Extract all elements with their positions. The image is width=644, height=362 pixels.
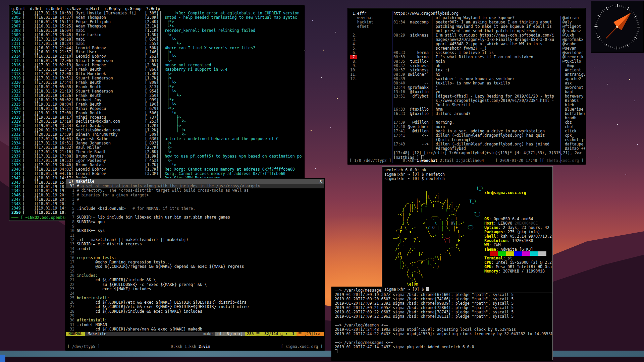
shell-prompt[interactable]: sigma!xhr ~ [0] $ bbox=[384, 287, 429, 292]
mail-row[interactable]: 2309[ ][16.01.19 23:48]Mike Larkin[1.3K] bbox=[9, 33, 160, 37]
log-line: 2019-01-20T17:09:20.650Z sigma /bsd: chr… bbox=[335, 297, 552, 301]
title-underline: ------------------ bbox=[484, 204, 552, 208]
vim-filename: Makefile bbox=[85, 332, 109, 336]
vim-line: 21 cd ${.CURDIR}/include && \ bbox=[66, 278, 324, 282]
vim-line: 28 cd ${.CURDIR}/include && exec ${MAKE}… bbox=[66, 309, 324, 314]
nicklist-item: click bbox=[562, 129, 585, 133]
mail-subject: ├*> bbox=[165, 98, 303, 102]
mail-subject: └>Re: Compile error at eglglobals.c in C… bbox=[165, 11, 303, 15]
mail-row[interactable]: 2320[ ][17.01.19 17:44]Frank Beuth[ 808] bbox=[9, 80, 160, 85]
log-cursor-line bbox=[335, 349, 552, 354]
statusbar-hostname: theta.xosc.org bbox=[546, 158, 579, 163]
vim-buffer[interactable]: 32# a set of compilation tools along wit… bbox=[66, 184, 324, 331]
vim-titlebar: 1) MakefileX bbox=[66, 179, 324, 184]
chat-line: | pport-445848-2.jpg <- which was the WM… bbox=[393, 42, 561, 46]
vim-window[interactable]: 1) MakefileX 32# a set of compilation to… bbox=[66, 179, 324, 350]
close-icon[interactable]: X bbox=[320, 179, 322, 184]
vim-mode-badge: NORMAL bbox=[66, 332, 85, 336]
tab-ksh[interactable]: 0:ksh bbox=[403, 158, 417, 163]
mail-row[interactable]: 2321[ ][18.01.19 05:38]Frank Beuth[ 813] bbox=[9, 85, 160, 89]
chat-line: 17:40@swildner | moin bbox=[393, 125, 561, 129]
mail-subject: └> bbox=[165, 159, 303, 163]
mail-row[interactable]: 2341[ ][18.01.19 04:16]Leonid Bobrov[3.3… bbox=[9, 172, 160, 176]
irc-buffer-item[interactable]: 12. bbox=[350, 77, 390, 81]
nicklist-item: @trevorjk bbox=[562, 55, 585, 59]
mail-row[interactable]: 2310[ ][17.01.19 08:28]mabi[ 630] bbox=[9, 37, 160, 42]
mail-row[interactable]: 2338[ ][17.01.19 19:53]Igor Podlesny[ 45… bbox=[9, 159, 160, 163]
tab-weechat[interactable]: 1:weechat bbox=[417, 158, 437, 163]
mail-row[interactable]: 2326[ ][19.01.19 15:21]Mihai Popescu[ 67… bbox=[9, 107, 160, 111]
mail-row[interactable]: 2336[ ][17.01.19 21:16]Theo de Raadt[2.8… bbox=[9, 150, 160, 154]
mail-row[interactable]: 2311[ ][17.01.19 10:24]mabi[ 355] bbox=[9, 42, 160, 46]
mail-subject: Raspberry Pi support in 6.4 bbox=[165, 67, 303, 72]
chat-line: 08:29sickness | I'm still curious: https… bbox=[393, 33, 561, 38]
mail-row[interactable]: 2304[ ][17.01.19 10:33]Jyri Hovila [Turv… bbox=[9, 11, 160, 15]
tty-label: [ 1/0 /dev/ttyp2 ] bbox=[350, 159, 391, 163]
irc-screen-statusbar: [ 1/0 /dev/ttyp2 ] 0:ksh 1:weechat 2:tai… bbox=[350, 159, 584, 163]
irc-buffer-item[interactable]: efnet bbox=[350, 24, 390, 29]
prompt-text: sigma!xhr ~ [0] $ bbox=[384, 287, 426, 292]
neofetch-info-row: Shell: ksh v5.2.14 99/07/13.2 bbox=[484, 234, 552, 239]
chat-line: 17:41<-- | dillon (~dillon@leaf.dragonfl… bbox=[393, 133, 561, 138]
statusbar-close-bracket: ] bbox=[579, 158, 584, 163]
irc-buffer-list[interactable]: 1.effr weechat hackint efnet 2. 3. 4. 5.… bbox=[350, 11, 390, 81]
nicklist-item: @ftigeot bbox=[562, 24, 585, 29]
mail-row[interactable]: 2340[ ][18.01.19 04:02]Leonid Bobrov[1.7… bbox=[9, 167, 160, 172]
mail-row[interactable]: 2337[ ][17.01.19 17:08]Bruno Dantas[1.9K… bbox=[9, 154, 160, 159]
mail-subject: └*> bbox=[165, 24, 303, 28]
vim-line: 26 cd ${.CURDIR}/etc && exec ${MAKE} DES… bbox=[66, 300, 324, 305]
mail-subject: │ └> bbox=[165, 80, 303, 85]
clock-center-dot bbox=[616, 26, 618, 28]
mail-subject: ├> bbox=[165, 72, 303, 76]
neofetch-info-row: Memory: 2078MiB / 11990MiB bbox=[484, 269, 552, 274]
nicklist-item: Bluerise bbox=[562, 107, 585, 112]
log-line: 2019-01-20T17:09:19.367Z sigma /bsd: chr… bbox=[335, 293, 552, 297]
irc-window[interactable]: 1.effr weechat hackint efnet 2. 3. 4. 5.… bbox=[348, 8, 585, 164]
mail-row[interactable]: 2306[ ][16.01.19 15:11]Edgar Pettijohn[2… bbox=[9, 20, 160, 24]
chat-line: 08:33kerma | It's what Dillon uses if I … bbox=[393, 55, 561, 59]
tab-others[interactable]: 2:tail 3:jackline64 bbox=[437, 158, 484, 163]
mail-row[interactable]: 2322[ ][18.01.19 21:19]Stuart Henderson[… bbox=[9, 89, 160, 94]
tab-ksh[interactable]: 0:ksh 1:ksh bbox=[171, 344, 199, 349]
vim-line: 2# binaries for a given <target>. bbox=[66, 193, 324, 197]
mail-subject: │ └> bbox=[165, 119, 303, 124]
mail-row[interactable]: 2327[ ][19.01.19 17:08]Frank Beuth[ 506] bbox=[9, 111, 160, 115]
vim-encoding: utf-8[unix] bbox=[215, 332, 245, 336]
vim-line: 6 bbox=[66, 211, 324, 215]
nicklist-item: @aly bbox=[562, 20, 585, 24]
mail-subject: └> bbox=[165, 150, 303, 154]
nicklist-item: awordnot bbox=[562, 85, 585, 90]
mail-row[interactable]: 2307[ ][16.01.19 15:25]Adam Thompson[3.1… bbox=[9, 24, 160, 28]
log-line: 2019-01-20T17:24:48.190Z sigma ntpd[4155… bbox=[335, 327, 552, 332]
mail-row[interactable]: 2308[ ][16.01.19 16:04]mabi[1.1K] bbox=[9, 28, 160, 33]
mail-row[interactable]: 2325[ ][19.01.19 08:04]Frank Beuth[ 190] bbox=[9, 102, 160, 107]
color-swatch bbox=[490, 251, 498, 256]
screen-tabs[interactable]: 0:ksh 1:weechat 2:tail 3:jackline64 bbox=[403, 159, 484, 163]
mail-subject: └> bbox=[165, 42, 303, 46]
log-line: 2019-01-20T17:09:22.068Z sigma /bsd: chr… bbox=[335, 310, 552, 314]
mail-row[interactable]: 2323[ ][19.01.19 14:26]Frank Beuth[ 250] bbox=[9, 94, 160, 98]
vim-line: 3# bbox=[66, 197, 324, 202]
tab-vim[interactable]: 2:vim bbox=[199, 344, 210, 349]
mail-row[interactable]: 2305[ ][16.01.19 14:37]Adam Thompson[2.0… bbox=[9, 15, 160, 20]
screen-tabs[interactable]: 0:ksh 1:ksh 2:vim bbox=[171, 345, 210, 349]
vim-line: 5.include <bsd.own.mk> # for NOMAN, if i… bbox=[66, 206, 324, 211]
nicklist-item: _0mp bbox=[562, 64, 585, 68]
mail-subject: └> bbox=[165, 163, 303, 167]
neofetch-window[interactable]: neofetch-6.0.0: oksigma!xhr ~ [0] $ neof… bbox=[382, 166, 553, 293]
vim-line: 29 bbox=[66, 314, 324, 318]
chat-line: 13:16@tuxillo | yo bbox=[393, 90, 561, 94]
shell-cursor bbox=[426, 287, 429, 291]
neofetch-info-row: OS: OpenBSD 6.4 amd64 bbox=[484, 217, 552, 221]
neofetch-info-row: GPU: Mesa DRI Intel(R) HD Gra bbox=[484, 265, 552, 269]
mail-row[interactable]: 2339[ ][17.01.19 20:40]Bruno Dantas[1.7K… bbox=[9, 163, 160, 167]
mail-row[interactable]: 2324[ ][18.01.19 08:02]Michael Joy[ 999] bbox=[9, 98, 160, 102]
clock-widget[interactable] bbox=[591, 1, 643, 52]
vim-line: 32 cd ${.CURDIR}/share/man && exec ${MAK… bbox=[66, 327, 324, 331]
clock-hand-tail bbox=[606, 27, 617, 38]
log-line bbox=[335, 319, 552, 323]
analog-clock-face bbox=[591, 1, 643, 52]
log-terminal-window[interactable]: ==> /var/log/messages <==2019-01-20T17:0… bbox=[332, 287, 553, 360]
vim-line: 17 @echo Running regression tests... bbox=[66, 260, 324, 264]
mail-subject: ├> bbox=[165, 115, 303, 120]
